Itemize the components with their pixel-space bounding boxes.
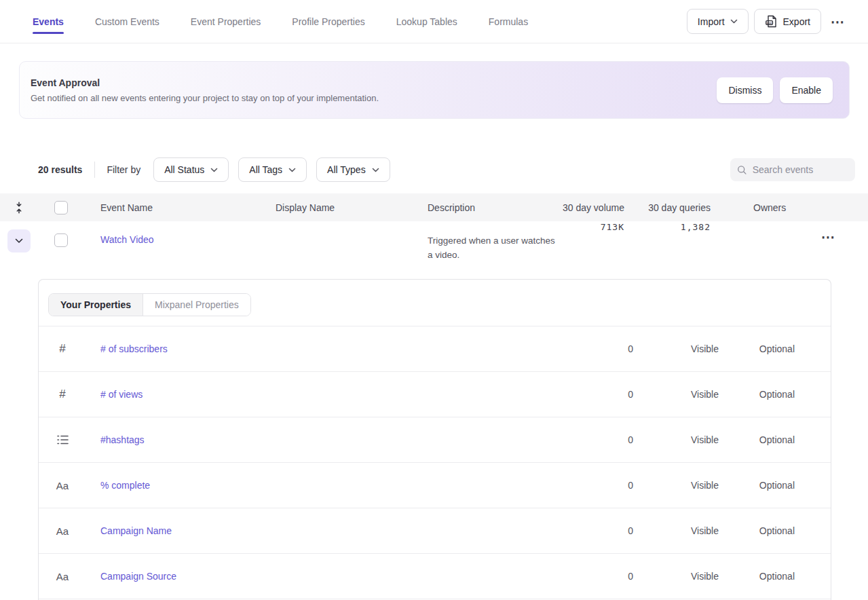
status-filter-dropdown[interactable]: All Status — [153, 157, 229, 182]
nav-tab-event-properties[interactable]: Event Properties — [191, 0, 261, 43]
search-icon — [737, 164, 747, 176]
property-count: 0 — [592, 343, 633, 354]
property-visibility: Visible — [633, 434, 719, 445]
property-name-link[interactable]: #hashtags — [100, 434, 592, 445]
nav-tab-events[interactable]: Events — [33, 0, 64, 43]
events-table-header: Event Name Display Name Description 30 d… — [0, 193, 868, 221]
import-button[interactable]: Import — [687, 9, 749, 34]
property-row: # # of subscribers 0 Visible Optional — [39, 326, 831, 372]
chevron-down-icon — [15, 238, 23, 244]
column-header-30-day-volume: 30 day volume — [556, 202, 624, 213]
types-filter-dropdown[interactable]: All Types — [316, 157, 390, 182]
top-navigation: Events Custom Events Event Properties Pr… — [0, 0, 868, 43]
row-expander-button[interactable] — [7, 229, 31, 252]
property-requirement: Optional — [719, 343, 795, 354]
property-requirement: Optional — [719, 571, 795, 582]
svg-text:csv: csv — [767, 21, 772, 24]
number-property-icon: # — [52, 342, 73, 356]
property-count: 0 — [592, 480, 633, 491]
text-property-icon: Aa — [52, 571, 73, 582]
property-name-link[interactable]: # of subscribers — [100, 343, 592, 354]
import-button-label: Import — [698, 16, 725, 27]
event-description: Triggered when a user watches a video. — [428, 233, 556, 262]
nav-tab-formulas[interactable]: Formulas — [489, 0, 528, 43]
chevron-down-icon — [288, 168, 296, 172]
property-name-link[interactable]: # of views — [100, 389, 592, 400]
results-count: 20 results — [38, 164, 82, 175]
text-property-icon: Aa — [52, 480, 73, 491]
nav-actions: Import csv Export ⋯ — [687, 9, 849, 34]
tags-filter-label: All Tags — [249, 164, 282, 175]
property-count: 0 — [592, 571, 633, 582]
column-header-display-name: Display Name — [276, 202, 428, 213]
property-requirement: Optional — [719, 389, 795, 400]
event-30-day-queries: 1,382 — [681, 222, 711, 232]
export-button-label: Export — [783, 16, 810, 27]
property-visibility: Visible — [633, 389, 719, 400]
banner-title: Event Approval — [31, 77, 379, 88]
property-requirement: Optional — [719, 480, 795, 491]
search-events-input[interactable] — [753, 164, 848, 175]
status-filter-label: All Status — [164, 164, 204, 175]
more-options-button[interactable]: ⋯ — [827, 12, 849, 31]
column-header-owners: Owners — [711, 202, 807, 213]
property-count: 0 — [592, 434, 633, 445]
property-visibility: Visible — [633, 480, 719, 491]
property-row: Aa Campaign Source 0 Visible Optional — [39, 554, 831, 599]
property-name-link[interactable]: Campaign Name — [100, 525, 592, 536]
select-all-checkbox[interactable] — [54, 201, 68, 214]
chevron-down-icon — [730, 19, 738, 24]
property-count: 0 — [592, 389, 633, 400]
filter-bar: 20 results Filter by All Status All Tags… — [38, 157, 855, 182]
types-filter-label: All Types — [327, 164, 366, 175]
property-row: Aa % complete 0 Visible Optional — [39, 463, 831, 508]
csv-file-icon: csv — [765, 15, 778, 28]
divider — [94, 162, 95, 178]
properties-tab-control: Your Properties Mixpanel Properties — [48, 293, 251, 316]
property-name-link[interactable]: % complete — [100, 480, 592, 491]
property-requirement: Optional — [719, 525, 795, 536]
property-name-link[interactable]: Campaign Source — [100, 571, 592, 582]
chevron-down-icon — [210, 168, 218, 172]
nav-tab-profile-properties[interactable]: Profile Properties — [292, 0, 364, 43]
event-30-day-volume: 713K — [601, 222, 624, 232]
search-events-box — [730, 158, 855, 181]
chevron-down-icon — [372, 168, 379, 172]
text-property-icon: Aa — [52, 525, 73, 537]
event-name-link[interactable]: Watch Video — [100, 234, 154, 245]
number-property-icon: # — [52, 388, 73, 401]
property-row: Aa Campaign Name 0 Visible Optional — [39, 508, 831, 554]
event-approval-banner: Event Approval Get notified on all new e… — [19, 61, 850, 119]
tags-filter-dropdown[interactable]: All Tags — [238, 157, 307, 182]
nav-tab-custom-events[interactable]: Custom Events — [95, 0, 159, 43]
row-checkbox[interactable] — [54, 233, 68, 247]
property-visibility: Visible — [633, 343, 719, 354]
export-button[interactable]: csv Export — [754, 9, 821, 34]
properties-list: # # of subscribers 0 Visible Optional # … — [39, 326, 831, 599]
dismiss-button[interactable]: Dismiss — [717, 77, 773, 103]
column-header-description: Description — [428, 202, 556, 213]
nav-tabs: Events Custom Events Event Properties Pr… — [33, 0, 528, 43]
list-property-icon — [52, 434, 73, 445]
tab-your-properties[interactable]: Your Properties — [49, 294, 143, 316]
property-visibility: Visible — [633, 571, 719, 582]
banner-description: Get notified on all new events entering … — [31, 93, 379, 103]
property-requirement: Optional — [719, 434, 795, 445]
properties-tabbar: Your Properties Mixpanel Properties — [39, 280, 831, 316]
property-row: #hashtags 0 Visible Optional — [39, 417, 831, 463]
row-more-options-button[interactable]: ⋯ — [817, 227, 839, 246]
property-visibility: Visible — [633, 525, 719, 536]
nav-tab-lookup-tables[interactable]: Lookup Tables — [396, 0, 457, 43]
banner-text: Event Approval Get notified on all new e… — [31, 77, 379, 103]
property-row: # # of views 0 Visible Optional — [39, 372, 831, 417]
collapse-all-icon[interactable] — [14, 202, 24, 214]
column-header-30-day-queries: 30 day queries — [624, 202, 711, 213]
tab-mixpanel-properties[interactable]: Mixpanel Properties — [143, 294, 250, 316]
property-count: 0 — [592, 525, 633, 536]
banner-actions: Dismiss Enable — [717, 77, 833, 103]
column-header-event-name: Event Name — [100, 202, 276, 213]
enable-button[interactable]: Enable — [780, 77, 833, 103]
table-row-watch-video: Watch Video Triggered when a user watche… — [0, 221, 868, 269]
properties-panel: Your Properties Mixpanel Properties # # … — [38, 279, 831, 600]
filter-by-label: Filter by — [107, 164, 140, 175]
